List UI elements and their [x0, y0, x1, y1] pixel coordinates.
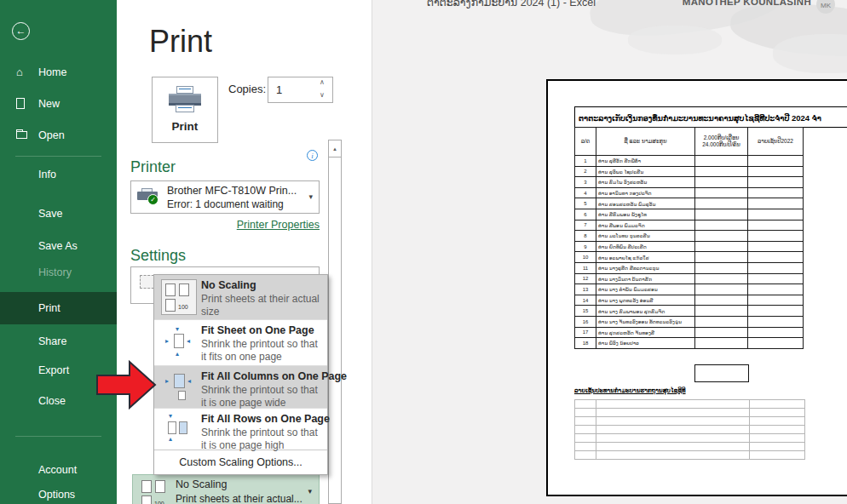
row-name: ທ່ານ ນາງ ສົມພາພອນ ສຸກສົມຈິດ	[596, 306, 695, 317]
sidebar-item-share[interactable]: Share	[0, 329, 117, 354]
print-button[interactable]: Print	[152, 77, 218, 143]
row-amount	[695, 187, 748, 198]
signature-blank-table	[574, 399, 805, 460]
row-signature	[748, 156, 804, 167]
sheet-title: ຕາຕະລາງເກັບເງິນກອງທຶນກຳມະບານທະນາຄານສຸບໄຊ…	[574, 106, 847, 128]
row-amount	[695, 273, 748, 284]
custom-scaling-options[interactable]: Custom Scaling Options...	[154, 450, 327, 474]
row-signature	[748, 198, 804, 209]
col-header-amount: 2.000ກີບ/ເດືອນ 24.000ກີບ/ປີ/ຄົນ	[695, 128, 748, 156]
row-number: 5	[575, 198, 596, 209]
info-icon[interactable]: i	[307, 150, 318, 161]
row-signature	[748, 262, 804, 273]
row-name: ທ່ານ ສີພອນ ພົມມະຈິດ	[596, 220, 695, 231]
fit-rows-icon: ▾ ▴	[164, 413, 195, 447]
row-number: 8	[575, 231, 596, 242]
sidebar-divider	[15, 156, 101, 157]
backstage-sidebar: ← ⌂ Home New Open Info Save Save As Hist…	[0, 0, 117, 504]
sidebar-item-save[interactable]: Save	[0, 201, 117, 226]
row-amount	[695, 220, 748, 231]
row-number: 13	[575, 284, 596, 295]
scaling-select-open[interactable]: 100 No Scaling Print sheets at their act…	[132, 474, 320, 504]
row-number: 7	[575, 220, 596, 231]
sidebar-item-open[interactable]: Open	[0, 123, 117, 148]
table-row: 15ທ່ານ ນາງ ສົມພາພອນ ສຸກສົມຈິດ	[575, 306, 804, 317]
row-number: 15	[575, 306, 596, 317]
sidebar-item-options[interactable]: Options	[0, 482, 117, 504]
row-number: 12	[575, 273, 596, 284]
row-signature	[748, 252, 804, 263]
document-title: ຕາຕະລາງກຳມະບານ 2024 (1) - Excel	[366, 0, 656, 9]
copies-stepper[interactable]: 1 ∧ ∨	[268, 77, 333, 103]
row-name: ທ່ານ ສຸວິພະ ໄຊປະສີນ	[596, 166, 695, 177]
table-header-row: ລ/ດ ຊື່ ແລະ ນາມສະກຸນ 2.000ກີບ/ເດືອນ 24.0…	[575, 128, 804, 156]
menu-item-title: Fit All Columns on One Page	[201, 370, 347, 382]
sidebar-item-label: New	[38, 98, 60, 110]
row-name: ທ່ານ ສົມໄພ ວົງສະຫວັນ	[596, 177, 695, 188]
copies-value[interactable]: 1	[276, 83, 282, 96]
sidebar-item-label: Export	[38, 364, 69, 376]
row-signature	[748, 241, 804, 252]
menu-item-fit-all-columns[interactable]: ▸ ◂ Fit All Columns on One Page Shrink t…	[154, 366, 327, 409]
page-title: Print	[149, 24, 212, 60]
sidebar-item-info[interactable]: Info	[0, 162, 117, 187]
sidebar-item-account[interactable]: Account	[0, 457, 117, 483]
watermark-decoration	[773, 34, 847, 73]
sidebar-item-label: Home	[38, 66, 66, 78]
extra-cell	[694, 364, 749, 382]
spin-up-icon[interactable]: ∧	[315, 78, 329, 91]
chevron-down-icon: ▾	[308, 487, 312, 495]
row-name: ທ່ານ ພິວົງ ນ້ອຍປາວ	[596, 338, 695, 349]
printer-icon	[169, 86, 201, 115]
row-amount	[695, 327, 748, 338]
table-row: 4ທ່ານ ອານິນທາ ກອງປະຈິດ	[575, 187, 804, 198]
sidebar-item-label: Print	[38, 302, 60, 314]
row-signature	[748, 187, 804, 198]
sidebar-item-save-as[interactable]: Save As	[0, 233, 117, 259]
sidebar-item-new[interactable]: New	[0, 91, 117, 117]
sidebar-item-label: Options	[38, 489, 75, 501]
row-number: 9	[575, 241, 596, 252]
panel-divider	[372, 0, 372, 504]
scaling-selected-title: No Scaling	[176, 478, 227, 490]
settings-section-heading: Settings	[130, 247, 186, 265]
watermark-decoration	[628, 26, 722, 54]
row-amount	[695, 284, 748, 295]
settings-scrollbar[interactable]: ▲	[328, 140, 342, 504]
row-amount	[695, 306, 748, 317]
sidebar-item-home[interactable]: ⌂ Home	[0, 60, 117, 85]
row-amount	[695, 156, 748, 167]
spin-down-icon[interactable]: ∨	[315, 91, 329, 104]
row-name: ທ່ານ ສຸລີວັກ ສີກພີລ້ຳ	[596, 156, 695, 167]
row-name: ທ່ານ ນາງ ລຳພັນ ພົມມະສອນ	[596, 284, 695, 295]
row-signature	[748, 327, 804, 338]
col-header-no: ລ/ດ	[575, 128, 596, 156]
menu-item-title: Fit Sheet on One Page	[201, 324, 314, 336]
menu-item-description: Shrink the printout so that it is one pa…	[201, 427, 325, 452]
open-folder-icon	[16, 123, 32, 148]
row-number: 17	[575, 327, 596, 338]
menu-item-no-scaling[interactable]: 100 No Scaling Print sheets at their act…	[154, 275, 327, 320]
row-amount	[695, 231, 748, 242]
table-row: 1ທ່ານ ສຸລີວັກ ສີກພີລ້ຳ	[575, 156, 804, 167]
col-header-name: ຊື່ ແລະ ນາມສະກຸນ	[596, 128, 695, 156]
sidebar-item-label: Save As	[38, 240, 78, 252]
printer-select[interactable]: ✓ Brother MFC-T810W Prin... Error: 1 doc…	[130, 180, 320, 214]
row-signature	[748, 177, 804, 188]
back-button[interactable]: ←	[12, 22, 30, 40]
scroll-up-icon[interactable]: ▲	[329, 140, 341, 158]
menu-item-fit-sheet[interactable]: ▸ ◂ ▾ ▴ Fit Sheet on One Page Shrink the…	[154, 320, 327, 366]
sidebar-item-label: Account	[38, 464, 77, 476]
sidebar-item-print[interactable]: Print	[0, 292, 117, 324]
row-name: ທ່ານ ອານິນທາ ກອງປະຈິດ	[596, 187, 695, 198]
home-icon: ⌂	[16, 60, 32, 85]
new-document-icon	[16, 91, 32, 117]
row-name: ທ່ານ ສີສົມພອນ ພັງຊຸໄທ	[596, 209, 695, 220]
printer-properties-link[interactable]: Printer Properties	[130, 219, 320, 231]
menu-item-fit-all-rows[interactable]: ▾ ▴ Fit All Rows on One Page Shrink the …	[154, 409, 327, 450]
row-signature	[748, 316, 804, 327]
row-amount	[695, 177, 748, 188]
table-row: 7ທ່ານ ສີພອນ ພົມມະຈິດ	[575, 220, 804, 231]
row-number: 6	[575, 209, 596, 220]
row-amount	[695, 295, 748, 306]
